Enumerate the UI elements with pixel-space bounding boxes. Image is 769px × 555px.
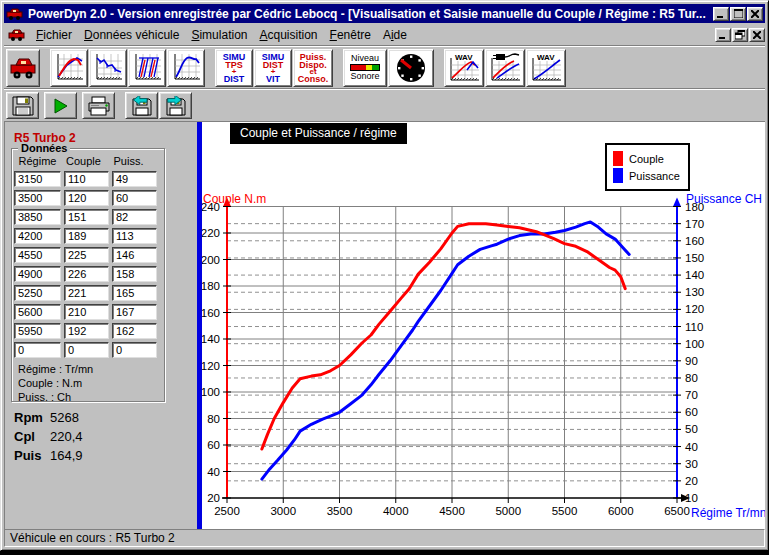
niveau-sonore-button[interactable]: Niveau Sonore: [343, 49, 387, 87]
app-car-icon[interactable]: [6, 7, 24, 21]
puiss-cell[interactable]: 82: [112, 209, 157, 225]
table-header: Régime Couple Puiss.: [14, 155, 162, 167]
puiss-cell[interactable]: 162: [112, 323, 157, 339]
regime-cell[interactable]: 0: [14, 342, 61, 358]
regime-cell[interactable]: 3850: [14, 209, 61, 225]
niveau-label: Niveau: [351, 54, 379, 63]
sound-level-bar-icon: [350, 64, 380, 71]
right-axis-title: Puissance CH: [686, 192, 762, 206]
power-curve-chart-icon: [170, 52, 202, 84]
tachometer-gauge-icon: [393, 52, 429, 84]
puiss-cell[interactable]: 158: [112, 266, 157, 282]
svg-text:10: 10: [685, 492, 698, 504]
simu-tps-dist-button[interactable]: SIMU TPS + DIST: [215, 49, 253, 87]
table-row: 315011049: [14, 171, 162, 187]
svg-text:220: 220: [202, 227, 220, 239]
regime-cell[interactable]: 4200: [14, 228, 61, 244]
floppy-arrow-right-icon: [164, 96, 188, 116]
puiss-cell[interactable]: 167: [112, 304, 157, 320]
table-row: 350012060: [14, 190, 162, 206]
puiss-cell[interactable]: 146: [112, 247, 157, 263]
puiss-cell[interactable]: 49: [112, 171, 157, 187]
close-icon: [751, 10, 759, 18]
couple-readout: Cpl220,4: [14, 429, 83, 444]
import-curve-button[interactable]: [125, 92, 158, 119]
export-curve-button[interactable]: [159, 92, 192, 119]
menu-item-fichier[interactable]: Fichier: [30, 25, 78, 45]
couple-cell[interactable]: 110: [64, 171, 109, 187]
svg-text:6000: 6000: [608, 505, 634, 517]
regime-cell[interactable]: 3500: [14, 190, 61, 206]
couple-cell[interactable]: 0: [64, 342, 109, 358]
vehicle-engine-button[interactable]: [6, 49, 40, 87]
regime-cell[interactable]: 5600: [14, 304, 61, 320]
minimize-button[interactable]: [713, 7, 729, 21]
wav-simple-button[interactable]: WAV: [526, 49, 566, 87]
save-button[interactable]: [6, 92, 39, 119]
couple-cell[interactable]: 221: [64, 285, 109, 301]
menu-item-simulation[interactable]: Simulation: [185, 25, 253, 45]
mdi-close-button[interactable]: [749, 28, 765, 42]
mdi-restore-button[interactable]: [732, 28, 748, 42]
play-icon: [54, 98, 68, 114]
menu-item-donnees-vehicule[interactable]: Données véhicule: [78, 25, 185, 45]
x-axis-title: Régime Tr/mn: [691, 506, 765, 520]
couple-cell[interactable]: 225: [64, 247, 109, 263]
svg-text:60: 60: [685, 406, 698, 418]
regime-cell[interactable]: 4550: [14, 247, 61, 263]
regime-cell[interactable]: 4900: [14, 266, 61, 282]
rpm-readout: Rpm5268: [14, 410, 79, 425]
svg-text:4000: 4000: [383, 505, 409, 517]
svg-text:20: 20: [207, 492, 220, 504]
window-title: PowerDyn 2.0 - Version enregistrée par C…: [28, 7, 712, 21]
couple-cell[interactable]: 192: [64, 323, 109, 339]
table-row: 4200189113: [14, 228, 162, 244]
table-row: 000: [14, 342, 162, 358]
menu-item-fenetre[interactable]: Fenêtre: [324, 25, 377, 45]
mdi-system-car-icon[interactable]: [8, 28, 26, 42]
svg-text:160: 160: [685, 235, 704, 247]
svg-text:60: 60: [207, 439, 220, 451]
regime-cell[interactable]: 5950: [14, 323, 61, 339]
maximize-button[interactable]: [730, 7, 746, 21]
graph-deceleration-button[interactable]: [89, 49, 127, 87]
mdi-minimize-button[interactable]: [715, 28, 731, 42]
puiss-cell[interactable]: 60: [112, 190, 157, 206]
data-panel: R5 Turbo 2 Données Régime Couple Puiss. …: [5, 122, 197, 529]
menu-item-aide[interactable]: Aide: [377, 25, 413, 45]
puiss-dispo-conso-button[interactable]: Puiss. Dispo. et Conso.: [293, 49, 333, 87]
legend-label: Puissance: [629, 170, 680, 182]
couple-cell[interactable]: 226: [64, 266, 109, 282]
puiss-dispo-conso-label: Puiss. Dispo. et Conso.: [295, 51, 331, 85]
puiss-cell[interactable]: 113: [112, 228, 157, 244]
svg-text:3000: 3000: [270, 505, 296, 517]
regime-cell[interactable]: 3150: [14, 171, 61, 187]
couple-cell[interactable]: 210: [64, 304, 109, 320]
wav-couple-button[interactable]: WAV: [444, 49, 484, 87]
unit-line: Puiss. : Ch: [18, 390, 93, 404]
puiss-cell[interactable]: 0: [112, 342, 157, 358]
couple-cell[interactable]: 151: [64, 209, 109, 225]
floppy-disk-icon: [12, 96, 34, 116]
simu-dist-vit-button[interactable]: SIMU DIST + VIT: [254, 49, 292, 87]
acquisition-capteur-button[interactable]: [485, 49, 525, 87]
regime-cell[interactable]: 5250: [14, 285, 61, 301]
donnees-groupbox-label: Données: [18, 142, 70, 154]
print-button[interactable]: [82, 92, 115, 119]
couple-cell[interactable]: 189: [64, 228, 109, 244]
run-button[interactable]: [44, 92, 77, 119]
close-button[interactable]: [747, 7, 763, 21]
table-row: 385015182: [14, 209, 162, 225]
content-area: R5 Turbo 2 Données Régime Couple Puiss. …: [4, 122, 765, 529]
couple-cell[interactable]: 120: [64, 190, 109, 206]
status-bar: Véhicule en cours : R5 Turbo 2: [4, 529, 765, 547]
grid-layer: [227, 207, 677, 499]
gauge-button[interactable]: [388, 49, 434, 87]
minimize-icon: [717, 10, 725, 18]
menu-item-acquisition[interactable]: Acquisition: [253, 25, 323, 45]
puiss-cell[interactable]: 165: [112, 285, 157, 301]
printer-icon: [87, 96, 111, 116]
graph-couple-puissance-button[interactable]: [50, 49, 88, 87]
graph-puissance-button[interactable]: [167, 49, 205, 87]
graph-runs-button[interactable]: [128, 49, 166, 87]
